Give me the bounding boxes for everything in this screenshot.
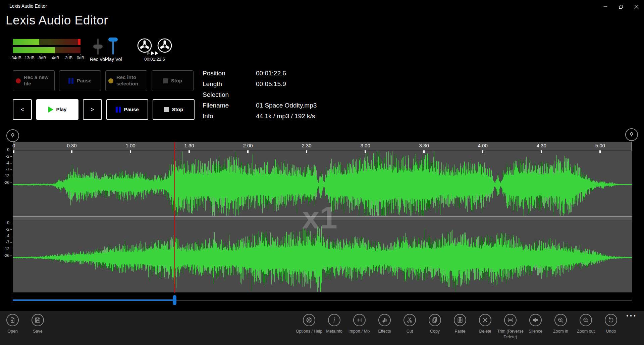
timeline-ruler[interactable]: 00:301:001:302:002:303:003:304:004:305:0… bbox=[13, 142, 631, 150]
info-row-info: Info44.1k / mp3 / 192 k/s bbox=[203, 111, 317, 122]
button-label: Pause bbox=[76, 78, 91, 84]
minimize-button[interactable] bbox=[598, 0, 613, 13]
play-volume-label: Play Vol bbox=[102, 57, 125, 62]
db-scale-tick bbox=[10, 242, 12, 243]
db-scale-label: -12 bbox=[1, 174, 9, 178]
track-info-panel: Position00:01:22.6Length00:05:15.9Select… bbox=[203, 68, 317, 122]
waveform-region: 00:301:001:302:002:303:003:304:004:305:0… bbox=[13, 142, 632, 292]
vu-meter-level bbox=[13, 47, 55, 53]
stop-button[interactable]: Stop bbox=[153, 99, 195, 120]
db-scale-label: -26 bbox=[1, 180, 9, 185]
copy-icon bbox=[429, 314, 441, 326]
play-volume-thumb[interactable] bbox=[108, 38, 118, 42]
close-button[interactable] bbox=[629, 0, 644, 13]
ruler-label: 0:30 bbox=[67, 143, 76, 148]
trim-icon bbox=[504, 314, 517, 326]
delete-icon bbox=[479, 314, 491, 326]
db-scale-label: -4 bbox=[1, 161, 9, 165]
restore-icon bbox=[619, 5, 623, 9]
db-scale-tick bbox=[10, 223, 12, 223]
save-button[interactable]: Save bbox=[25, 314, 50, 334]
zoom-in-button[interactable]: Zoom in bbox=[548, 314, 573, 340]
pause-button[interactable]: Pause bbox=[106, 99, 148, 120]
silence-icon bbox=[529, 314, 542, 326]
metainfo-button[interactable]: MetaInfo bbox=[322, 314, 347, 340]
info-value: 44.1k / mp3 / 192 k/s bbox=[256, 113, 315, 120]
stop-icon bbox=[163, 78, 168, 83]
lexis-audio-editor-window: Lexis Audio Editor Lexis Audio Editor -3… bbox=[0, 0, 644, 345]
undo-button[interactable]: Undo bbox=[598, 314, 624, 340]
db-scale-tick bbox=[10, 256, 12, 256]
play-button[interactable]: Play bbox=[36, 99, 78, 120]
playhead-cursor[interactable] bbox=[174, 142, 175, 293]
rec-pause-button[interactable]: Pause bbox=[59, 70, 101, 91]
rec-volume-thumb[interactable] bbox=[93, 45, 103, 49]
info-label: Filename bbox=[203, 102, 256, 109]
rec-stop-button[interactable]: Stop bbox=[152, 70, 194, 91]
restore-button[interactable] bbox=[613, 0, 629, 13]
marker-pin-right-button[interactable] bbox=[625, 128, 638, 141]
info-value: 01 Space Oddity.mp3 bbox=[256, 102, 317, 109]
ruler-label: 0 bbox=[12, 143, 15, 148]
vu-meter-ticks bbox=[13, 54, 80, 55]
vu-scale-label: -4dB bbox=[50, 56, 59, 60]
undo-icon bbox=[605, 314, 617, 326]
vu-meter-peak-indicator bbox=[78, 39, 80, 45]
ruler-label: 4:30 bbox=[537, 143, 546, 148]
ruler-tick-mark bbox=[247, 150, 249, 153]
button-label: Stop bbox=[172, 107, 183, 113]
db-scale-tick bbox=[10, 229, 12, 230]
tape-reels-icon bbox=[134, 36, 175, 56]
vu-scale-label: -2dB bbox=[64, 56, 72, 60]
marker-pin-left-button[interactable] bbox=[6, 129, 19, 142]
ruler-label: 5:00 bbox=[595, 143, 605, 148]
silence-button[interactable]: Silence bbox=[523, 314, 548, 340]
db-scale-tick bbox=[10, 150, 12, 150]
zoom-in-icon bbox=[554, 314, 567, 326]
info-label: Info bbox=[203, 113, 256, 120]
more-options-button[interactable]: ••• bbox=[626, 313, 637, 319]
cut-button[interactable]: Cut bbox=[397, 314, 422, 340]
db-scale-label: 0 bbox=[1, 147, 9, 152]
toolbar-file-group: OpenSave bbox=[0, 314, 50, 334]
button-label: Rec into selection bbox=[116, 74, 144, 87]
paste-icon bbox=[454, 314, 466, 326]
zoom-level-watermark: x1 bbox=[302, 199, 337, 236]
effects-button[interactable]: Effects bbox=[372, 314, 397, 340]
pause-icon bbox=[68, 78, 73, 84]
record-icon bbox=[16, 78, 21, 83]
seek-bar-thumb[interactable] bbox=[173, 295, 176, 305]
info-row-selection: Selection bbox=[203, 89, 317, 100]
button-label: Play bbox=[56, 107, 67, 113]
import-mix-button[interactable]: Import / Mix bbox=[347, 314, 372, 340]
db-scale-tick bbox=[10, 176, 12, 176]
step-forward-button[interactable]: > bbox=[83, 99, 102, 120]
play-icon bbox=[48, 107, 53, 113]
delete-button[interactable]: Delete bbox=[473, 314, 498, 340]
open-button[interactable]: Open bbox=[0, 314, 25, 334]
ruler-label: 1:00 bbox=[125, 143, 135, 148]
step-back-button[interactable]: < bbox=[13, 99, 32, 120]
rec-into-selection-button[interactable]: Rec into selection bbox=[105, 70, 147, 91]
toolbar-item-label: Save bbox=[22, 329, 53, 334]
db-scale-label: -7 bbox=[1, 167, 9, 172]
scissors-icon bbox=[404, 314, 416, 326]
options-help-button[interactable]: Options / Help bbox=[297, 314, 322, 340]
rec-new-file-button[interactable]: Rec a new file bbox=[13, 70, 55, 91]
seek-bar-progress bbox=[13, 299, 174, 301]
paste-button[interactable]: Paste bbox=[447, 314, 473, 340]
button-label: Stop bbox=[171, 78, 182, 84]
effects-icon bbox=[378, 314, 391, 326]
db-scale-label: -26 bbox=[1, 253, 9, 258]
info-row-filename: Filename01 Space Oddity.mp3 bbox=[203, 100, 317, 111]
copy-button[interactable]: Copy bbox=[422, 314, 447, 340]
ruler-label: 4:00 bbox=[478, 143, 488, 148]
zoom-out-button[interactable]: Zoom out bbox=[573, 314, 598, 340]
button-label: > bbox=[91, 107, 94, 113]
toolbar-item-label: Undo bbox=[596, 329, 627, 334]
db-scale-label: -2 bbox=[1, 227, 9, 232]
ruler-tick-mark bbox=[482, 150, 483, 153]
trim-button[interactable]: Trim (Reverse Delete) bbox=[498, 314, 523, 340]
pin-icon bbox=[9, 132, 16, 139]
db-scale-label: -4 bbox=[1, 233, 9, 238]
